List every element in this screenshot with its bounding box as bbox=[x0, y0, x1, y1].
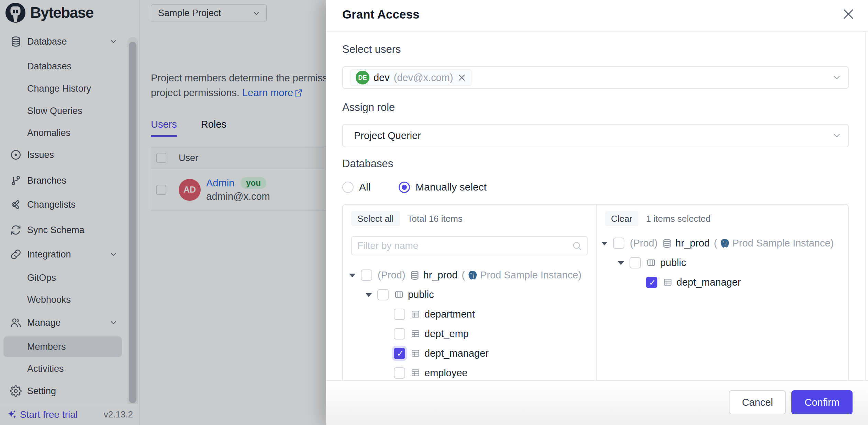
cancel-button[interactable]: Cancel bbox=[729, 390, 786, 414]
chip-avatar: DE bbox=[356, 71, 369, 84]
tree-node-table[interactable]: employee bbox=[343, 363, 596, 380]
table-icon bbox=[663, 277, 673, 288]
tree-checkbox[interactable] bbox=[394, 309, 405, 320]
tree-node-database[interactable]: (Prod) hr_prod ( Prod Sample Instance) bbox=[597, 233, 849, 253]
tree-node-schema[interactable]: public bbox=[343, 285, 596, 305]
tree-node-table[interactable]: department bbox=[343, 305, 596, 324]
role-select-value: Project Querier bbox=[354, 130, 421, 141]
chevron-down-icon bbox=[832, 130, 842, 141]
transfer-selected-panel: Clear 1 items selected (Prod) hr_prod ( bbox=[597, 205, 849, 380]
modal-body: Select users DE dev (dev@x.com) Assign r… bbox=[326, 32, 868, 380]
tree-checkbox-checked[interactable] bbox=[646, 277, 657, 288]
chip-name: dev bbox=[374, 72, 390, 83]
tree-node-table[interactable]: dept_emp bbox=[343, 324, 596, 344]
database-icon bbox=[410, 270, 420, 280]
caret-down-icon[interactable] bbox=[365, 292, 372, 297]
database-icon bbox=[662, 238, 672, 249]
select-users-label: Select users bbox=[342, 43, 401, 56]
close-icon[interactable] bbox=[841, 7, 856, 21]
caret-down-icon[interactable] bbox=[601, 241, 608, 246]
tree-node-schema[interactable]: public bbox=[597, 253, 849, 273]
tree-checkbox[interactable] bbox=[394, 328, 405, 340]
tree-checkbox[interactable] bbox=[630, 257, 641, 268]
table-icon bbox=[411, 348, 421, 359]
select-all-button[interactable]: Select all bbox=[351, 211, 400, 226]
search-icon bbox=[572, 241, 582, 251]
source-tree: (Prod) hr_prod ( Prod Sample Instance) bbox=[343, 265, 596, 380]
tree-checkbox[interactable] bbox=[377, 289, 389, 300]
grant-access-modal: Grant Access Select users DE dev (dev@x.… bbox=[326, 0, 868, 425]
chevron-down-icon bbox=[832, 72, 842, 83]
filter-input[interactable] bbox=[352, 240, 570, 251]
tree-node-table[interactable]: dept_manager bbox=[343, 344, 596, 363]
table-icon bbox=[411, 368, 421, 378]
radio-manually-select[interactable] bbox=[399, 182, 410, 193]
caret-down-icon[interactable] bbox=[348, 273, 355, 278]
table-icon bbox=[411, 329, 421, 339]
filter-input-wrap bbox=[351, 236, 588, 255]
tree-node-table[interactable]: dept_manager bbox=[597, 273, 849, 292]
select-users-input[interactable]: DE dev (dev@x.com) bbox=[342, 66, 849, 89]
screen: Bytebase Database Databases Change Histo… bbox=[0, 0, 868, 425]
assign-role-label: Assign role bbox=[342, 101, 395, 114]
tree-checkbox[interactable] bbox=[361, 269, 372, 281]
selected-tree: (Prod) hr_prod ( Prod Sample Instance) bbox=[597, 233, 849, 292]
databases-label: Databases bbox=[342, 158, 393, 170]
total-items-label: Total 16 items bbox=[408, 214, 463, 224]
confirm-button[interactable]: Confirm bbox=[791, 390, 853, 414]
tree-checkbox[interactable] bbox=[394, 367, 405, 379]
tree-checkbox[interactable] bbox=[613, 238, 624, 249]
transfer-source-panel: Select all Total 16 items (Prod) bbox=[343, 205, 596, 380]
modal-footer: Cancel Confirm bbox=[326, 380, 868, 425]
schema-icon bbox=[394, 290, 404, 300]
tree-checkbox-checked[interactable] bbox=[394, 348, 405, 359]
role-select[interactable]: Project Querier bbox=[342, 124, 849, 147]
database-transfer-panel: Select all Total 16 items (Prod) bbox=[342, 204, 849, 380]
chip-email: (dev@x.com) bbox=[394, 72, 453, 83]
clear-button[interactable]: Clear bbox=[605, 211, 638, 226]
modal-header: Grant Access bbox=[326, 0, 868, 32]
schema-icon bbox=[646, 258, 657, 268]
tree-node-database[interactable]: (Prod) hr_prod ( Prod Sample Instance) bbox=[343, 265, 596, 285]
modal-scrollbar-track[interactable] bbox=[865, 32, 866, 380]
caret-down-icon[interactable] bbox=[617, 261, 624, 265]
postgresql-icon bbox=[719, 238, 730, 249]
chip-remove-icon[interactable] bbox=[457, 73, 466, 82]
table-icon bbox=[411, 309, 421, 320]
modal-title: Grant Access bbox=[342, 8, 419, 21]
user-chip: DE dev (dev@x.com) bbox=[350, 69, 471, 86]
postgresql-icon bbox=[467, 270, 478, 281]
database-scope-radios: All Manually select bbox=[342, 180, 487, 194]
radio-all[interactable] bbox=[342, 182, 354, 193]
selected-count-label: 1 items selected bbox=[646, 214, 711, 224]
